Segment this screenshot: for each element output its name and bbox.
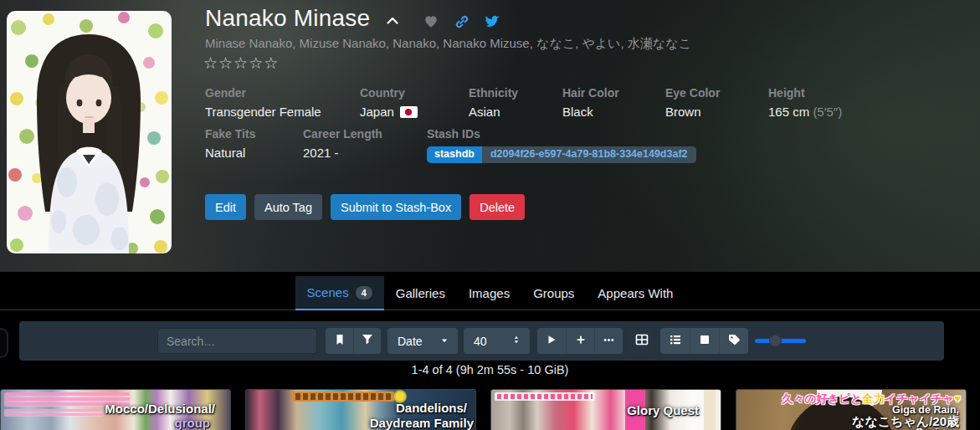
square-icon — [698, 333, 711, 349]
tab-galleries[interactable]: Galleries — [384, 276, 457, 310]
performer-header: Nanako Minase Minase — [0, 0, 980, 272]
detail-hair-color: Hair Color Black — [562, 86, 619, 119]
favorite-button[interactable] — [419, 11, 443, 34]
scenes-count-badge: 4 — [356, 286, 372, 299]
up-down-arrows-icon — [511, 334, 521, 348]
performer-aliases: Minase Nanako, Mizuse Nanako, Nanako, Na… — [205, 36, 691, 52]
stash-id-link[interactable]: stashdb d2094f26-e597-4a79-81b8-334e149d… — [427, 146, 696, 163]
external-link-button[interactable] — [450, 11, 474, 34]
collapse-details-button[interactable] — [381, 10, 404, 33]
twitter-icon — [485, 14, 500, 32]
detail-stash-ids: Stash IDs stashdb d2094f26-e597-4a79-81b… — [427, 127, 696, 163]
tab-images[interactable]: Images — [457, 276, 521, 310]
view-wall-button[interactable] — [690, 328, 719, 354]
performer-photo-art — [7, 11, 172, 253]
ellipsis-icon — [603, 334, 615, 349]
star-icon[interactable]: ☆ — [233, 54, 248, 72]
scene-thumbnail: Glory Quest — [491, 390, 721, 430]
detail-career-length: Career Length 2021 - — [303, 127, 382, 160]
view-list-button[interactable] — [660, 328, 690, 354]
search-box — [157, 328, 317, 354]
thumb-title-text: Dandelions/ — [396, 401, 467, 415]
stashdb-badge: stashdb — [427, 146, 482, 163]
delete-button[interactable]: Delete — [469, 194, 525, 220]
auto-tag-button[interactable]: Auto Tag — [254, 194, 322, 220]
saved-filters-button[interactable] — [326, 328, 353, 354]
list-icon — [669, 333, 682, 349]
scene-thumbnail: Dandelions/ Daydream Family — [246, 390, 475, 430]
detail-fake-tits: Fake Tits Natural — [205, 127, 255, 160]
sort-by-select[interactable]: Date — [387, 328, 458, 354]
plus-icon — [575, 334, 587, 348]
star-icon[interactable]: ☆ — [264, 54, 278, 72]
operations-button-group — [537, 328, 623, 354]
detail-ethnicity: Ethnicity Asian — [469, 86, 518, 119]
edge-handle-button[interactable] — [0, 328, 8, 358]
page-title: Nanako Minase — [205, 5, 370, 32]
edit-button[interactable]: Edit — [205, 194, 246, 220]
caret-down-icon — [439, 335, 449, 348]
search-input[interactable] — [158, 329, 316, 353]
detail-eye-color: Eye Color Brown — [665, 86, 720, 119]
funnel-icon — [361, 333, 374, 349]
thumb-title-text: Penimax — [916, 427, 959, 430]
heart-icon — [423, 14, 439, 32]
japan-flag-icon — [400, 106, 418, 118]
thumb-caption-art — [495, 392, 595, 401]
filter-button-group — [326, 328, 381, 354]
stash-id-value: d2094f26-e597-4a79-81b8-334e149d3af2 — [482, 146, 696, 163]
scene-list-toolbar: Date 40 — [19, 321, 944, 361]
pagination-summary: 1-4 of 4 (9h 2m 55s - 10 GiB) — [0, 363, 980, 376]
thumb-caption-art — [292, 392, 394, 402]
star-icon[interactable]: ☆ — [218, 54, 233, 72]
play-scenes-button[interactable] — [537, 328, 566, 354]
scene-thumbnail: 久々の好きピと全力イチャイチャ♥ Giga de Rain, ななこちゃん/20… — [736, 390, 966, 430]
tag-icon — [727, 333, 741, 349]
performer-image[interactable] — [7, 11, 172, 253]
tab-groups[interactable]: Groups — [521, 276, 586, 310]
zoom-slider-thumb[interactable] — [769, 335, 782, 347]
scene-card[interactable]: Mocco/Delusional/ group — [0, 389, 231, 430]
scene-card[interactable]: Glory Quest — [490, 389, 721, 430]
page-size-select[interactable]: 40 — [464, 328, 530, 354]
filter-button[interactable] — [353, 328, 381, 354]
scene-thumbnail: Mocco/Delusional/ group — [1, 390, 230, 430]
zoom-slider[interactable] — [755, 339, 806, 343]
star-icon[interactable]: ☆ — [249, 54, 263, 72]
play-icon — [546, 334, 557, 348]
view-tagger-button[interactable] — [719, 328, 748, 354]
add-button[interactable] — [566, 328, 594, 354]
rating-stars[interactable]: ☆☆☆☆☆ — [203, 54, 279, 73]
tab-appears-with[interactable]: Appears With — [586, 276, 685, 310]
submit-stash-box-button[interactable]: Submit to Stash-Box — [331, 194, 461, 220]
performer-tabs: Scenes 4 Galleries Images Groups Appears… — [0, 276, 980, 310]
thumb-title-text: Daydream Family — [370, 416, 474, 430]
grid-icon — [635, 333, 649, 349]
bookmark-icon — [333, 333, 346, 349]
detail-gender: Gender Transgender Female — [205, 86, 321, 119]
twitter-button[interactable] — [480, 11, 504, 34]
detail-height: Height 165 cm (5′5″) — [768, 86, 842, 119]
thumb-caption-art — [4, 409, 103, 417]
scene-card[interactable]: 久々の好きピと全力イチャイチャ♥ Giga de Rain, ななこちゃん/20… — [736, 389, 967, 430]
view-mode-group — [660, 328, 748, 354]
scene-card[interactable]: Dandelions/ Daydream Family — [245, 389, 476, 430]
performer-page: Nanako Minase Minase — [0, 0, 980, 430]
scene-grid: Mocco/Delusional/ group Dandelions/ Dayd… — [0, 389, 980, 430]
tab-scenes[interactable]: Scenes 4 — [295, 276, 384, 310]
chevron-up-icon — [385, 13, 400, 31]
star-icon[interactable]: ☆ — [203, 54, 218, 72]
link-icon — [454, 14, 469, 32]
thumb-title-text: group — [175, 416, 211, 430]
more-options-button[interactable] — [594, 328, 623, 354]
view-grid-button[interactable] — [628, 328, 655, 354]
vertical-text-bar-art — [704, 390, 716, 430]
thumb-title-text: Glory Quest — [627, 403, 699, 417]
thumb-title-text: Mocco/Delusional/ — [105, 402, 215, 416]
detail-country: Country Japan — [360, 86, 418, 119]
action-buttons: Edit Auto Tag Submit to Stash-Box Delete — [205, 194, 525, 220]
